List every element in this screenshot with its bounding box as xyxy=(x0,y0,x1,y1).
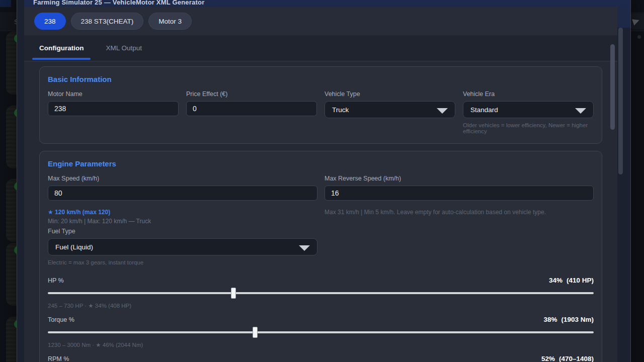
content-scrollbar[interactable] xyxy=(610,44,615,130)
tab-xml-output[interactable]: XML Output xyxy=(97,35,151,61)
max-speed-range-hint: Min: 20 km/h | Max: 120 km/h — Truck xyxy=(48,218,317,225)
configuration-panel: Basic Information Motor Name Price Effec… xyxy=(24,61,617,362)
torque-percent-helper: 1230 – 3000 Nm · ★ 46% (2044 Nm) xyxy=(48,341,594,348)
hp-percent-slider[interactable] xyxy=(48,287,594,299)
price-effect-label: Price Effect (€) xyxy=(186,90,317,98)
fuel-type-select[interactable]: Fuel (Liquid) xyxy=(48,238,317,255)
slider-track xyxy=(48,292,594,294)
max-reverse-speed-helper: Max 31 km/h | Min 5 km/h. Leave empty fo… xyxy=(325,209,594,216)
vehicle-era-value: Standard xyxy=(470,106,498,114)
hp-percent-value: 34%(410 HP) xyxy=(549,277,594,284)
fuel-type-helper: Electric = max 3 gears, instant torque xyxy=(48,259,317,265)
price-effect-fieldgroup: Price Effect (€) xyxy=(186,90,317,134)
price-effect-field[interactable] xyxy=(186,101,317,116)
torque-percent-label: Torque % xyxy=(48,316,74,323)
dialog-tabs: Configuration XML Output xyxy=(24,35,617,61)
chevron-down-icon xyxy=(299,245,310,251)
max-reverse-speed-fieldgroup: Max Reverse Speed (km/h) Max 31 km/h | M… xyxy=(325,175,594,265)
vehicle-type-fieldgroup: Vehicle Type Truck xyxy=(325,90,455,134)
max-reverse-speed-field[interactable] xyxy=(325,186,594,201)
vehiclemotor-xml-generator-dialog: Farming Simulator 25 — VehicleMotor XML … xyxy=(24,0,630,362)
dialog-scroll-corner xyxy=(617,0,630,28)
dialog-title: Farming Simulator 25 — VehicleMotor XML … xyxy=(33,0,204,6)
rpm-percent-label: RPM % xyxy=(48,355,69,362)
max-speed-field[interactable] xyxy=(48,186,317,201)
max-speed-fieldgroup: Max Speed (km/h) ★ 120 km/h (max 120) Mi… xyxy=(48,175,317,265)
tab-configuration[interactable]: Configuration xyxy=(30,35,93,61)
chevron-down-icon xyxy=(437,108,448,114)
vehicle-type-value: Truck xyxy=(332,106,349,114)
max-speed-recommended-hint: ★ 120 km/h (max 120) xyxy=(48,209,317,216)
rpm-percent-value: 52%(470–1408) xyxy=(541,355,594,362)
fuel-type-value: Fuel (Liquid) xyxy=(55,243,93,251)
vehicle-era-select[interactable]: Standard xyxy=(463,101,594,118)
rpm-percent-slider-row: RPM % 52%(470–1408) 550 – 2200 RPM · ★ 5… xyxy=(48,355,594,362)
fuel-type-label: Fuel Type xyxy=(48,228,317,235)
slider-thumb[interactable] xyxy=(253,327,258,338)
vehicle-era-helper: Older vehicles = lower efficiency, Newer… xyxy=(463,122,594,134)
motor-name-fieldgroup: Motor Name xyxy=(48,90,179,134)
max-reverse-speed-label: Max Reverse Speed (km/h) xyxy=(325,175,594,182)
vehicle-era-label: Vehicle Era xyxy=(463,90,594,98)
vehicle-type-label: Vehicle Type xyxy=(325,90,455,98)
hp-percent-slider-row: HP % 34%(410 HP) 245 – 730 HP · ★ 34% (4… xyxy=(48,277,594,309)
dialog-header: Farming Simulator 25 — VehicleMotor XML … xyxy=(24,0,630,7)
fuel-type-fieldgroup: Fuel Type Fuel (Liquid) Electric = max 3… xyxy=(48,228,317,265)
torque-percent-value: 38%(1903 Nm) xyxy=(543,316,594,323)
motor-chips-row: 238 238 ST3(CHEAT) Motor 3 xyxy=(24,7,617,35)
motor-chip-motor-3[interactable]: Motor 3 xyxy=(148,13,192,30)
slider-track xyxy=(48,331,594,333)
section-heading: Engine Parameters xyxy=(48,159,594,168)
motor-chip-238-st3-cheat[interactable]: 238 ST3(CHEAT) xyxy=(71,13,144,30)
section-heading: Basic Information xyxy=(48,75,594,83)
max-speed-label: Max Speed (km/h) xyxy=(48,175,317,182)
slider-thumb[interactable] xyxy=(231,288,236,299)
overlay-scrollbar[interactable] xyxy=(618,28,623,174)
torque-percent-slider[interactable] xyxy=(48,326,594,338)
basic-information-section: Basic Information Motor Name Price Effec… xyxy=(39,66,602,144)
hp-percent-label: HP % xyxy=(48,277,64,284)
hp-percent-helper: 245 – 730 HP · ★ 34% (408 HP) xyxy=(48,302,594,309)
torque-percent-slider-row: Torque % 38%(1903 Nm) 1230 – 3000 Nm · ★… xyxy=(48,316,594,348)
engine-parameters-section: Engine Parameters Max Speed (km/h) ★ 120… xyxy=(39,151,602,362)
vehicle-type-select[interactable]: Truck xyxy=(325,101,455,118)
vehicle-era-fieldgroup: Vehicle Era Standard Older vehicles = lo… xyxy=(463,90,594,134)
motor-name-field[interactable] xyxy=(48,101,179,116)
motor-name-label: Motor Name xyxy=(48,90,179,98)
chevron-down-icon xyxy=(575,108,586,114)
motor-chip-238[interactable]: 238 xyxy=(34,13,66,30)
